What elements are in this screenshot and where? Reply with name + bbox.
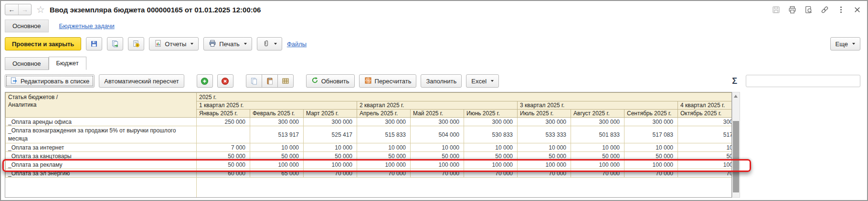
value-cell[interactable]: 525 417	[304, 126, 357, 143]
value-cell[interactable]: 50 000	[197, 152, 250, 161]
value-cell[interactable]: 7 000	[197, 143, 250, 152]
budget-item-cell[interactable]: _Оплата за интернет	[6, 143, 197, 152]
value-cell[interactable]: 70 000	[464, 169, 518, 178]
fill-button[interactable]: Заполнить	[421, 74, 462, 88]
value-cell[interactable]: 10 000	[411, 143, 464, 152]
preview-icon[interactable]	[804, 6, 813, 14]
auto-recalc-button[interactable]: Автоматический пересчет	[99, 74, 184, 88]
value-cell[interactable]: 50 000	[518, 152, 571, 161]
value-cell[interactable]: 10 000	[571, 143, 625, 152]
save-button[interactable]	[86, 37, 102, 50]
more-kebab-icon[interactable]	[837, 6, 845, 14]
value-cell[interactable]: 250 000	[197, 118, 250, 126]
value-cell[interactable]: 70 000	[571, 169, 625, 178]
value-cell[interactable]: 10 000	[250, 143, 304, 152]
value-cell[interactable]: 50 000	[304, 152, 357, 161]
budget-item-cell[interactable]: _Оплата за эл энергию	[6, 169, 197, 178]
value-cell[interactable]: 50 000	[571, 152, 625, 161]
value-cell[interactable]: 10 000	[464, 143, 518, 152]
value-cell[interactable]: 100 000	[571, 161, 625, 169]
value-cell[interactable]: 300 000	[357, 118, 411, 126]
close-icon[interactable]	[853, 6, 861, 14]
value-cell[interactable]: 10 000	[518, 143, 571, 152]
reports-button[interactable]: Отчеты	[149, 37, 199, 50]
section-tab-main[interactable]: Основное	[5, 20, 49, 32]
value-cell[interactable]: 300 000	[571, 118, 625, 126]
value-cell[interactable]: 100 000	[357, 161, 411, 169]
value-cell[interactable]: 70 000	[357, 169, 411, 178]
budget-item-cell[interactable]: _Оплата за рекламу	[6, 161, 197, 169]
vertical-scrollbar[interactable]	[732, 92, 740, 198]
value-cell[interactable]: 10 000	[678, 143, 732, 152]
value-cell[interactable]: 70 000	[518, 169, 571, 178]
value-cell[interactable]: 100 000	[625, 161, 678, 169]
print-button[interactable]: Печать	[203, 37, 252, 50]
value-cell[interactable]: 70 000	[411, 169, 464, 178]
post-and-close-button[interactable]: Провести и закрыть	[5, 37, 81, 50]
post-document-button[interactable]	[107, 37, 123, 50]
value-cell[interactable]: 501 833	[571, 126, 625, 143]
budget-item-cell[interactable]: _Оплата вознаграждения за продажи 5% от …	[6, 126, 197, 143]
value-cell[interactable]: 515 833	[357, 126, 411, 143]
value-cell[interactable]: 50 000	[678, 152, 732, 161]
value-cell[interactable]: 100 000	[304, 161, 357, 169]
value-cell[interactable]: 300 000	[411, 118, 464, 126]
scroll-up-arrow-icon[interactable]	[734, 95, 738, 98]
value-cell[interactable]: 50 000	[250, 152, 304, 161]
value-cell[interactable]: 50 000	[411, 152, 464, 161]
forward-button[interactable]: →	[18, 4, 31, 15]
value-cell[interactable]: 65 000	[250, 169, 304, 178]
tab-main[interactable]: Основное	[5, 57, 49, 70]
budget-item-cell[interactable]: _Оплата аренды офиса	[6, 118, 197, 126]
value-cell[interactable]: 517 083	[625, 126, 678, 143]
attachments-button[interactable]	[257, 37, 282, 50]
value-cell[interactable]: 300 000	[625, 118, 678, 126]
value-cell[interactable]	[197, 126, 250, 143]
save-icon[interactable]	[772, 6, 780, 14]
value-cell[interactable]: 513 917	[250, 126, 304, 143]
files-link[interactable]: Файлы	[287, 40, 307, 48]
value-cell[interactable]: 10 000	[625, 143, 678, 152]
value-cell[interactable]: 504 000	[411, 126, 464, 143]
refresh-button[interactable]: Обновить	[306, 74, 355, 88]
value-cell[interactable]: 10 000	[357, 143, 411, 152]
delete-row-button[interactable]	[217, 74, 233, 88]
tab-budget[interactable]: Бюджет	[49, 57, 86, 70]
value-cell[interactable]: 10 000	[304, 143, 357, 152]
print-icon[interactable]	[788, 6, 796, 14]
value-cell[interactable]: 100 000	[678, 161, 732, 169]
grid-button[interactable]	[277, 74, 294, 88]
value-cell[interactable]: 300 000	[518, 118, 571, 126]
link-icon[interactable]	[821, 6, 829, 14]
recalc-button[interactable]: Пересчитать	[359, 74, 417, 88]
value-cell[interactable]: 517 083	[678, 126, 732, 143]
copy-button[interactable]	[246, 74, 262, 88]
value-cell[interactable]: 300 000	[678, 118, 732, 126]
more-button[interactable]: Еще	[830, 37, 860, 50]
value-cell[interactable]: 70 000	[678, 169, 732, 178]
value-cell[interactable]: 50 000	[357, 152, 411, 161]
value-cell[interactable]: 50 000	[625, 152, 678, 161]
value-cell[interactable]: 50 000	[197, 161, 250, 169]
favorite-star-icon[interactable]: ☆	[36, 4, 45, 15]
value-cell[interactable]: 70 000	[625, 169, 678, 178]
value-cell[interactable]: 60 000	[197, 169, 250, 178]
value-cell[interactable]: 100 000	[411, 161, 464, 169]
edit-in-list-button[interactable]: Редактировать в списке	[5, 74, 95, 88]
value-cell[interactable]: 50 000	[464, 152, 518, 161]
budget-item-cell[interactable]: _Оплата за канцтовары	[6, 152, 197, 161]
link-budget-tasks[interactable]: Бюджетные задачи	[59, 22, 115, 30]
add-row-button[interactable]	[197, 74, 213, 88]
value-cell[interactable]: 70 000	[304, 169, 357, 178]
scrollbar-thumb[interactable]	[733, 121, 739, 192]
sum-input[interactable]	[746, 75, 860, 87]
value-cell[interactable]: 300 000	[250, 118, 304, 126]
back-button[interactable]: ←	[5, 4, 18, 15]
value-cell[interactable]: 300 000	[304, 118, 357, 126]
paste-button[interactable]	[262, 74, 278, 88]
value-cell[interactable]: 533 333	[518, 126, 571, 143]
value-cell[interactable]: 100 000	[518, 161, 571, 169]
value-cell[interactable]: 530 833	[464, 126, 518, 143]
value-cell[interactable]: 100 000	[464, 161, 518, 169]
value-cell[interactable]: 300 000	[464, 118, 518, 126]
